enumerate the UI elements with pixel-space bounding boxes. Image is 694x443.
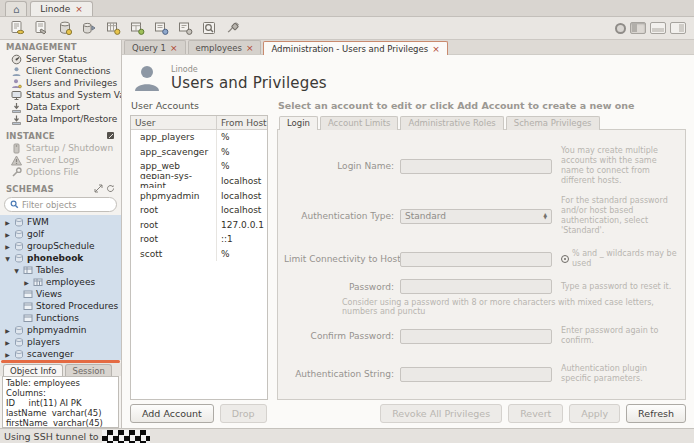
tab-query1[interactable]: Query 1× xyxy=(124,40,186,54)
import-arrow-icon xyxy=(11,114,22,125)
revoke-all-privileges-button[interactable]: Revoke All Privileges xyxy=(380,404,502,423)
navigator-sidebar: MANAGEMENT Server Status Client Connecti… xyxy=(0,40,122,428)
mysql-workbench-window: ⌂ Linode × MANAGEMENT Server Stat xyxy=(0,0,694,443)
table-row[interactable]: rootlocalhost xyxy=(131,203,267,218)
create-schema-icon[interactable] xyxy=(56,20,73,37)
sidebar-item-server-logs[interactable]: Server Logs xyxy=(0,154,121,166)
close-icon[interactable]: × xyxy=(246,44,254,52)
plugin-icon[interactable] xyxy=(224,20,241,37)
close-icon[interactable]: × xyxy=(432,45,440,53)
column-header-from-host[interactable]: From Host xyxy=(217,118,267,128)
confirm-password-input[interactable] xyxy=(400,329,552,344)
table-row[interactable]: scott% xyxy=(131,247,267,262)
tab-account-limits[interactable]: Account Limits xyxy=(320,116,399,130)
close-icon[interactable]: × xyxy=(75,5,83,13)
instance-config-icon[interactable] xyxy=(106,131,115,140)
home-tab[interactable]: ⌂ xyxy=(5,1,27,16)
tab-admin-users-privileges[interactable]: Administration - Users and Privileges× xyxy=(263,41,447,55)
search-data-icon[interactable] xyxy=(200,20,217,37)
tab-login[interactable]: Login xyxy=(279,116,318,130)
drop-button[interactable]: Drop xyxy=(220,404,267,423)
person-icon xyxy=(11,66,22,77)
add-account-button[interactable]: Add Account xyxy=(130,404,214,423)
editor-hint: Select an account to edit or click Add A… xyxy=(278,100,686,111)
column-header-user[interactable]: User xyxy=(131,116,217,130)
table-row[interactable]: app_scavenger% xyxy=(131,145,267,160)
gauge-icon xyxy=(11,54,22,65)
tab-object-info[interactable]: Object Info xyxy=(3,364,63,376)
table-row[interactable]: debian-sys-maintlocalhost xyxy=(131,174,267,189)
auth-type-help: For the standard password and/or host ba… xyxy=(552,196,677,236)
sidebar-item-client-connections[interactable]: Client Connections xyxy=(0,65,121,77)
auth-string-input[interactable] xyxy=(400,367,552,382)
schema-filter-input[interactable] xyxy=(22,200,111,210)
table-row[interactable]: app_players% xyxy=(131,130,267,145)
tree-node-functions[interactable]: Functions xyxy=(0,312,121,324)
status-circle-icon[interactable] xyxy=(615,23,626,34)
schema-node-scavenger[interactable]: ▶scavenger xyxy=(0,348,121,360)
sidebar-item-data-export[interactable]: Data Export xyxy=(0,101,121,113)
open-script-icon[interactable] xyxy=(32,20,49,37)
limit-hosts-help: % and _ wildcards may be used xyxy=(552,249,677,269)
sync-schema-icon[interactable] xyxy=(80,20,97,37)
schema-icon xyxy=(14,349,24,359)
tree-node-stored-procedures[interactable]: Stored Procedures xyxy=(0,300,121,312)
password-help: Type a password to reset it. xyxy=(552,282,677,292)
sidebar-item-startup-shutdown[interactable]: Startup / Shutdown xyxy=(0,142,121,154)
sidebar-left-toggle[interactable] xyxy=(630,22,646,34)
sidebar-item-data-import[interactable]: Data Import/Restore xyxy=(0,113,121,125)
auth-type-label: Authentication Type: xyxy=(284,211,400,221)
sidebar-item-server-status[interactable]: Server Status xyxy=(0,53,121,65)
schema-icon xyxy=(14,241,24,251)
schema-node-fwm[interactable]: ▶FWM xyxy=(0,216,121,228)
create-view-icon[interactable] xyxy=(128,20,145,37)
sidebar-item-options-file[interactable]: Options File xyxy=(0,166,121,178)
output-area-toggle[interactable] xyxy=(650,22,666,34)
tab-session[interactable]: Session xyxy=(65,364,111,376)
tab-employees[interactable]: employees× xyxy=(188,40,262,54)
limit-hosts-input[interactable] xyxy=(400,252,552,267)
tab-administrative-roles[interactable]: Administrative Roles xyxy=(400,116,503,130)
schema-filter-box xyxy=(4,197,117,212)
sidebar-item-users-privileges[interactable]: Users and Privileges xyxy=(0,77,121,89)
new-query-icon[interactable] xyxy=(8,20,25,37)
apply-button[interactable]: Apply xyxy=(569,404,620,423)
schema-node-phpmyadmin[interactable]: ▶phpmyadmin xyxy=(0,324,121,336)
tree-node-views[interactable]: Views xyxy=(0,288,121,300)
login-form: Login Name: You may create multiple acco… xyxy=(277,129,686,400)
table-row[interactable]: phpmyadminlocalhost xyxy=(131,188,267,203)
revert-button[interactable]: Revert xyxy=(508,404,563,423)
create-procedure-icon[interactable] xyxy=(152,20,169,37)
create-table-icon[interactable] xyxy=(104,20,121,37)
connection-tab-linode[interactable]: Linode × xyxy=(30,1,93,16)
page-header: Linode Users and Privileges xyxy=(130,60,686,99)
confirm-password-label: Confirm Password: xyxy=(284,331,400,341)
refresh-schemas-icon[interactable] xyxy=(106,184,115,193)
tree-node-employees[interactable]: ▶employees xyxy=(0,276,121,288)
sidebar-right-toggle[interactable] xyxy=(670,22,686,34)
auth-type-select[interactable]: Standard ▲▼ xyxy=(400,209,552,224)
schema-node-groupschedule[interactable]: ▶groupSchedule xyxy=(0,240,121,252)
password-input[interactable] xyxy=(400,279,552,294)
tab-schema-privileges[interactable]: Schema Privileges xyxy=(506,116,600,130)
schema-icon xyxy=(14,253,24,263)
schema-node-golf[interactable]: ▶golf xyxy=(0,228,121,240)
login-name-input[interactable] xyxy=(400,159,552,174)
tree-node-tables[interactable]: ▼Tables xyxy=(0,264,121,276)
schemas-section-title: SCHEMAS xyxy=(0,182,121,195)
schema-node-phonebook[interactable]: ▼phonebook xyxy=(0,252,121,264)
expand-schemas-icon[interactable] xyxy=(94,184,103,193)
search-icon xyxy=(10,200,19,209)
close-icon[interactable]: × xyxy=(170,44,178,52)
schema-icon xyxy=(14,229,24,239)
sidebar-item-status-system-variables[interactable]: Status and System Variables xyxy=(0,89,121,101)
admin-content: Linode Users and Privileges User Account… xyxy=(122,55,694,428)
table-row[interactable]: root::1 xyxy=(131,232,267,247)
refresh-button[interactable]: Refresh xyxy=(626,404,686,423)
table-row[interactable]: app_web% xyxy=(131,159,267,174)
table-icon xyxy=(33,277,43,287)
views-folder-icon xyxy=(23,289,33,299)
schema-node-players[interactable]: ▶players xyxy=(0,336,121,348)
create-function-icon[interactable] xyxy=(176,20,193,37)
table-row[interactable]: root127.0.0.1 xyxy=(131,218,267,233)
